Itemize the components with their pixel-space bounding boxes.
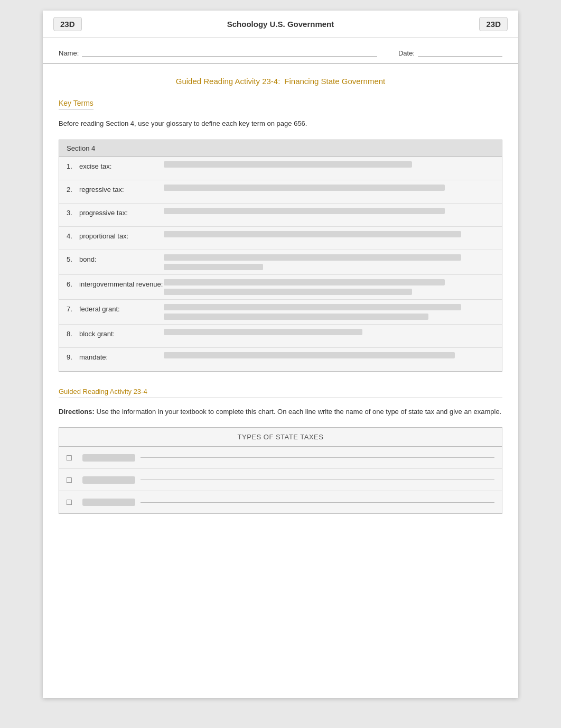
definition-line [164,329,362,335]
taxes-row: □ [59,447,502,469]
term-label: intergovernmental revenue: [79,279,164,288]
definition-line [164,161,412,168]
term-number: 4. [67,231,79,240]
taxes-row-content[interactable] [82,499,494,506]
term-label: proportional tax: [79,231,164,240]
term-number: 6. [67,279,79,288]
taxes-line [141,480,494,480]
section4-box: Section 4 1.excise tax:2.regressive tax:… [59,140,502,372]
term-row: 6.intergovernmental revenue: [59,275,502,300]
document-page: 23D Schoology U.S. Government 23D Name: … [43,11,518,698]
activity-title-part2: Financing State Government [284,77,385,86]
taxes-tag [82,476,135,484]
taxes-bullet: □ [67,475,77,485]
term-label: progressive tax: [79,208,164,217]
term-number: 9. [67,352,79,361]
term-number: 7. [67,304,79,313]
definition-line [164,304,461,310]
main-content: Guided Reading Activity 23-4: Financing … [43,64,518,527]
directions-text: Use the information in your textbook to … [97,408,502,416]
term-rows: 1.excise tax:2.regressive tax:3.progress… [59,157,502,371]
definition-line [164,254,461,261]
term-number: 1. [67,161,79,170]
name-date-bar: Name: Date: [43,38,518,64]
header-title: Schoology U.S. Government [82,20,480,29]
taxes-row-content[interactable] [82,454,494,462]
term-label: excise tax: [79,161,164,170]
activity-footer-label: Guided Reading Activity 23-4 [59,388,502,398]
name-field: Name: [59,48,377,57]
taxes-line [141,457,494,458]
taxes-tag [82,454,135,462]
activity-title: Guided Reading Activity 23-4: Financing … [59,77,502,86]
taxes-table: TYPES OF STATE TAXES □□□ [59,427,502,514]
term-label: block grant: [79,329,164,338]
directions-label: Directions: [59,408,95,416]
term-definition[interactable] [164,329,494,335]
definition-line [164,279,445,285]
definition-line [164,208,445,214]
definition-line [164,185,445,191]
term-row: 9.mandate: [59,348,502,371]
activity-title-part1: Guided Reading Activity 23-4: [176,77,280,86]
term-definition[interactable] [164,161,494,168]
taxes-table-header: TYPES OF STATE TAXES [59,428,502,447]
term-row: 1.excise tax: [59,157,502,180]
term-row: 4.proportional tax: [59,227,502,250]
term-number: 3. [67,208,79,217]
taxes-bullet: □ [67,453,77,463]
term-row: 2.regressive tax: [59,180,502,204]
term-row: 8.block grant: [59,325,502,348]
term-label: regressive tax: [79,185,164,193]
term-row: 5.bond: [59,250,502,275]
term-definition[interactable] [164,352,494,358]
term-label: federal grant: [79,304,164,313]
term-row: 3.progressive tax: [59,204,502,227]
section4-header: Section 4 [59,140,502,157]
taxes-rows: □□□ [59,447,502,513]
date-field: Date: [398,48,502,57]
definition-line [164,352,455,358]
key-terms-directions: Before reading Section 4, use your gloss… [59,118,502,129]
definition-line [164,231,461,237]
term-definition[interactable] [164,254,494,270]
name-underline[interactable] [82,48,377,57]
name-label: Name: [59,49,79,57]
term-label: bond: [79,254,164,263]
term-row: 7.federal grant: [59,300,502,325]
taxes-tag [82,499,135,506]
term-number: 5. [67,254,79,263]
term-number: 2. [67,185,79,193]
term-definition[interactable] [164,279,494,295]
taxes-row: □ [59,469,502,491]
term-label: mandate: [79,352,164,361]
taxes-bullet: □ [67,497,77,507]
taxes-row: □ [59,491,502,513]
term-definition[interactable] [164,185,494,191]
term-definition[interactable] [164,231,494,237]
date-underline[interactable] [418,48,502,57]
term-definition[interactable] [164,304,494,320]
definition-line [164,264,263,270]
date-label: Date: [398,49,415,57]
definition-line [164,314,428,320]
taxes-row-content[interactable] [82,476,494,484]
definition-line [164,289,412,295]
key-terms-label: Key Terms [59,99,94,110]
badge-right: 23D [479,17,508,31]
document-header: 23D Schoology U.S. Government 23D [43,11,518,38]
taxes-line [141,502,494,503]
term-number: 8. [67,329,79,338]
activity2-directions: Directions: Use the information in your … [59,407,502,417]
term-definition[interactable] [164,208,494,214]
badge-left: 23D [53,17,82,31]
